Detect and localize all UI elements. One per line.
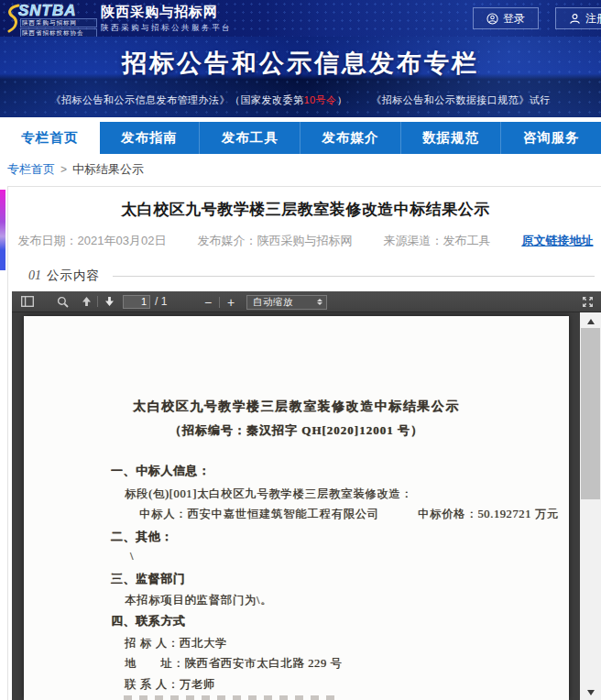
user-icon [569,13,581,25]
breadcrumb: 专栏首页 > 中标结果公示 [7,154,594,185]
scroll-down-icon[interactable] [580,685,601,699]
doc-section2-heading: 二、其他： [111,529,173,545]
side-accent-strip [0,190,5,270]
hero-banner: 招标公告和公示信息发布专栏 《招标公告和公示信息发布管理办法》（国家发改委第10… [0,37,601,117]
next-page-icon[interactable] [101,293,117,310]
doc-lot-line: 标段(包)[001]太白校区九号教学楼三层教室装修改造： [125,487,413,502]
scanned-document: 太白校区九号教学楼三层教室装修改造中标结果公示 （招标编号：秦汉招字 QH[20… [24,316,569,700]
main-nav: 专栏首页 发布指南 发布工具 发布媒介 数据规范 咨询服务 [0,122,601,154]
doc-section4-heading: 四、联系方式 [111,613,186,629]
page-root: SNTBA 陕西采购与招标网 陕西省招标投标协会 陕西采购与招标网 陕西采购与招… [0,0,601,700]
regulation-1-post: ） [337,94,348,105]
register-label: 注册 [585,11,601,27]
zoom-in-button[interactable]: + [223,295,239,310]
pdf-viewer: / 1 − + 自动缩放 [12,291,601,700]
zoom-level-value: 自动缩放 [253,296,293,309]
nav-tab-publish-media[interactable]: 发布媒介 [300,122,400,154]
nav-strip: 专栏首页 发布指南 发布工具 发布媒介 数据规范 咨询服务 [0,117,601,154]
pdf-vertical-scrollbar[interactable] [580,312,601,700]
nav-tab-data-standards[interactable]: 数据规范 [400,122,501,154]
register-button[interactable]: 注册 [555,7,601,29]
doc-title: 太白校区九号教学楼三层教室装修改造中标结果公示 [24,399,569,415]
source-channel: 来源渠道：发布工具 [383,233,490,249]
site-subtitle: 陕西采购与招标公共服务平台 [101,23,232,34]
scroll-up-icon[interactable] [580,314,601,328]
pdf-toolbar: / 1 − + 自动缩放 [12,291,601,312]
pdf-page: 太白校区九号教学楼三层教室装修改造中标结果公示 （招标编号：秦汉招字 QH[20… [24,316,569,700]
regulation-2: 《招标公告和公示数据接口规范》试行 [371,94,551,105]
presentation-mode-icon[interactable] [579,294,596,311]
breadcrumb-current: 中标结果公示 [72,161,144,178]
doc-section3-heading: 三、监督部门 [111,571,186,587]
login-button[interactable]: 登录 [473,7,539,29]
auth-buttons: 登录 注册 [473,7,601,29]
nav-tab-home[interactable]: 专栏首页 [0,122,100,154]
breadcrumb-separator: > [60,163,67,176]
site-logo[interactable]: SNTBA 陕西采购与招标网 陕西省招标投标协会 陕西采购与招标网 陕西采购与招… [5,3,232,34]
doc-cutoff-line [124,695,334,700]
top-header-bar: SNTBA 陕西采购与招标网 陕西省招标投标协会 陕西采购与招标网 陕西采购与招… [0,0,601,37]
regulation-1-order-no: 10号令 [303,94,336,105]
banner-regulations: 《招标公告和公示信息发布管理办法》（国家发改委第10号令）《招标公告和公示数据接… [0,93,601,107]
doc-price: 中标价格：50.192721 万元 [418,508,559,520]
search-icon[interactable] [54,293,71,310]
doc-winner: 中标人：西安中嘉世恒建筑智能工程有限公司 [139,508,379,520]
doc-tenderee-line: 招 标 人：西北大学 [125,636,227,651]
zoom-level-select[interactable]: 自动缩放 [246,295,327,310]
logo-subtext-1: 陕西采购与招标网 [20,18,97,27]
logo-acronym: SNTBA [18,2,77,20]
nav-tab-publish-tools[interactable]: 发布工具 [199,122,300,154]
doc-section1-heading: 一、中标人信息： [111,463,211,479]
select-spinner-icon [317,299,322,305]
section-title: 公示内容 [47,268,100,284]
original-link[interactable]: 原文链接地址 [521,233,593,249]
doc-tender-number: （招标编号：秦汉招字 QH[2020]12001 号） [24,422,569,439]
publish-date: 发布日期：2021年03月02日 [18,233,167,249]
logo-mark: SNTBA 陕西采购与招标网 陕西省招标投标协会 [5,3,93,34]
page-number-input[interactable] [123,295,150,309]
sidebar-toggle-icon[interactable] [19,293,36,310]
doc-section2-content: \ [130,550,134,563]
nav-tab-consulting[interactable]: 咨询服务 [500,122,601,154]
page-count-label: / 1 [155,295,167,308]
scrollbar-thumb[interactable] [581,328,600,499]
section-header: 01 公示内容 [28,268,595,284]
banner-title: 招标公告和公示信息发布专栏 [0,47,601,80]
site-name: 陕西采购与招标网 [101,4,232,21]
user-circle-icon [486,13,498,25]
article-title: 太白校区九号教学楼三层教室装修改造中标结果公示 [8,199,601,220]
article-meta-row: 发布日期：2021年03月02日 发布媒介：陕西采购与招标网 来源渠道：发布工具… [8,233,601,249]
section-number: 01 [28,268,41,283]
regulation-1-pre: 《招标公告和公示信息发布管理办法》（国家发改委第 [50,94,303,105]
zoom-out-button[interactable]: − [200,295,216,310]
section-divider-line [113,276,595,277]
doc-address-line: 地 址：陕西省西安市太白北路 229 号 [125,656,343,672]
breadcrumb-home-link[interactable]: 专栏首页 [7,161,55,178]
nav-tab-publish-guide[interactable]: 发布指南 [100,122,200,154]
publish-media: 发布媒介：陕西采购与招标网 [197,233,352,249]
doc-supervisor-line: 本招标项目的监督部门为\。 [125,593,272,608]
previous-page-icon[interactable] [78,293,94,310]
doc-contact-line: 联 系 人：万老师 [125,677,215,693]
login-label: 登录 [503,11,525,27]
doc-winner-line: 中标人：西安中嘉世恒建筑智能工程有限公司中标价格：50.192721 万元 [139,507,559,522]
